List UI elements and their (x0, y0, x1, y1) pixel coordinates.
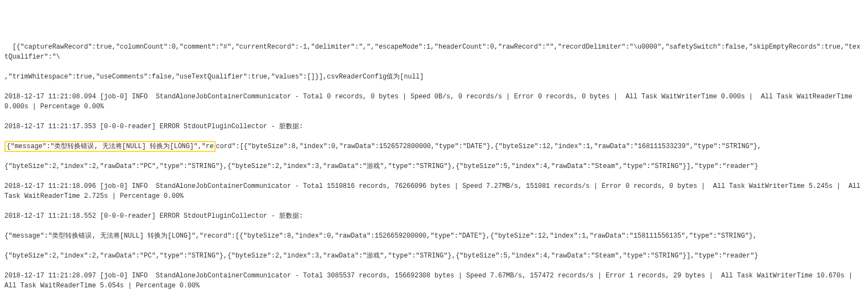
log-line: {"byteSize":2,"index":2,"rawData":"PC","… (4, 161, 864, 171)
log-line: [{"captureRawRecord":true,"columnCount":… (4, 42, 864, 62)
log-line: {"message":"类型转换错误, 无法将[NULL] 转换为[LONG]"… (4, 231, 864, 241)
log-line: 2018-12-17 11:21:08.094 [job-0] INFO Sta… (4, 92, 864, 112)
log-line: ,"trimWhitespace":true,"useComments":fal… (4, 72, 864, 82)
log-line-error: 2018-12-17 11:21:17.353 [0-0-0-reader] E… (4, 122, 864, 132)
log-line: 2018-12-17 11:21:18.096 [job-0] INFO Sta… (4, 181, 864, 201)
log-line-highlighted: {"message":"类型转换错误, 无法将[NULL] 转换为[LONG]"… (4, 141, 864, 151)
highlight-box: {"message":"类型转换错误, 无法将[NULL] 转换为[LONG]"… (4, 141, 216, 152)
log-line: {"byteSize":2,"index":2,"rawData":"PC","… (4, 251, 864, 261)
log-line: 2018-12-17 11:21:28.097 [job-0] INFO Sta… (4, 271, 864, 291)
log-line-error: 2018-12-17 11:21:18.552 [0-0-0-reader] E… (4, 211, 864, 221)
log-text: cord":[{"byteSize":8,"index":0,"rawData"… (216, 143, 761, 150)
